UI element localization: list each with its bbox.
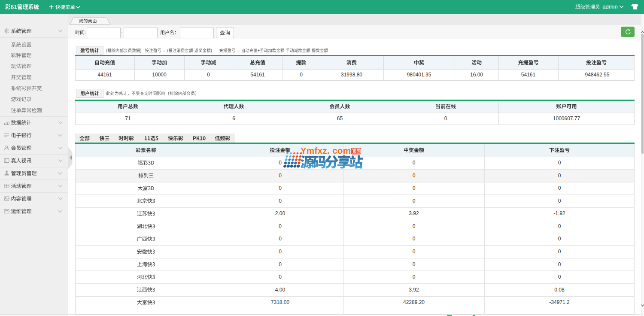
svg-text:Ymfxz. com: Ymfxz. com (301, 146, 351, 155)
